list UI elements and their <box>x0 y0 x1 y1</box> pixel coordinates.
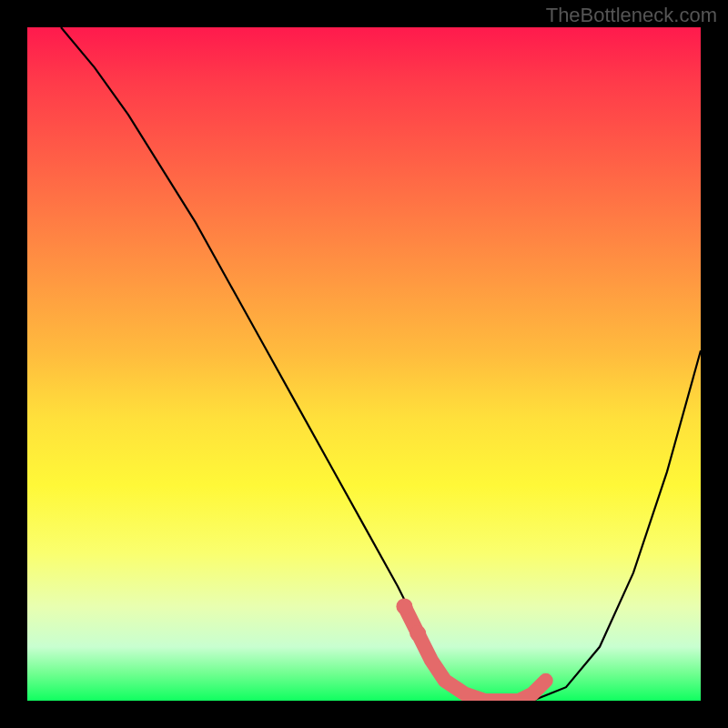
watermark-text: TheBottleneck.com <box>546 4 717 27</box>
bottleneck-curve-svg <box>27 27 701 701</box>
highlight-dot <box>396 598 412 614</box>
chart-plot-area <box>27 27 701 701</box>
highlight-dot <box>410 625 426 642</box>
highlight-band-path <box>404 606 545 701</box>
bottleneck-curve-path <box>61 27 701 701</box>
